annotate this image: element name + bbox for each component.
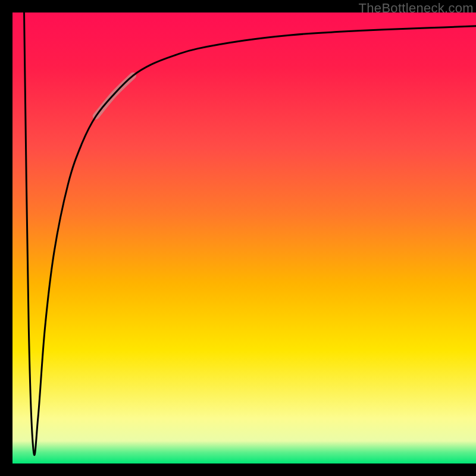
bottleneck-curve: [24, 12, 477, 455]
attribution-label: TheBottleneck.com: [359, 1, 474, 16]
curve-layer: [12, 12, 476, 464]
curve-highlight-segment: [96, 76, 133, 116]
chart-frame: TheBottleneck.com: [0, 0, 476, 476]
plot-area: [12, 12, 476, 464]
